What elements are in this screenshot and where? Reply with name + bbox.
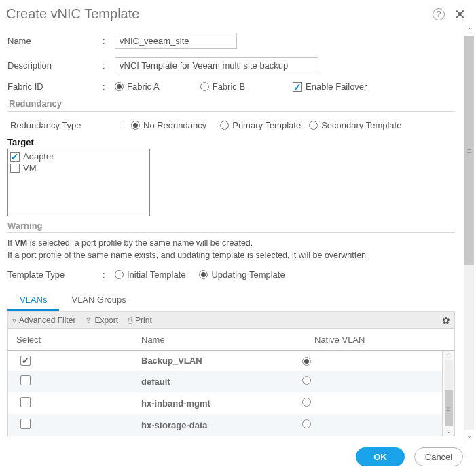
row-name: Backup_VLAN xyxy=(141,356,302,366)
warning-heading: Warning xyxy=(7,221,455,231)
scroll-up-icon[interactable]: ⌃ xyxy=(446,351,452,360)
grid-header: Select Name Native VLAN xyxy=(8,329,454,351)
enable-failover-checkbox[interactable]: ✓ Enable Failover xyxy=(293,81,367,92)
vlan-tabs: VLANs VLAN Groups xyxy=(7,289,455,312)
scroll-up-icon[interactable]: ⌃ xyxy=(466,26,472,35)
radio-icon xyxy=(115,82,124,91)
target-adapter-checkbox[interactable]: ✓ Adapter xyxy=(10,151,147,162)
row-name: default xyxy=(141,377,302,387)
dialog-scrollbar[interactable]: ⌃ ≡ ⌄ xyxy=(462,24,475,440)
updating-template-radio[interactable]: Updating Template xyxy=(199,269,285,280)
radio-icon xyxy=(131,121,140,130)
checkmark-icon: ✓ xyxy=(293,82,302,92)
vlan-grid: Select Name Native VLAN ✓ Backup_VLAN de xyxy=(7,329,455,436)
dialog-footer: OK Cancel xyxy=(1,440,475,471)
row-name: hx-inband-mgmt xyxy=(141,398,302,409)
fabric-a-label: Fabric A xyxy=(127,81,160,92)
col-native-vlan[interactable]: Native VLAN xyxy=(314,335,450,345)
titlebar: Create vNIC Template ? ✕ xyxy=(1,1,475,24)
ok-button[interactable]: OK xyxy=(356,447,405,466)
description-input[interactable] xyxy=(115,57,318,73)
initial-template-label: Initial Template xyxy=(127,269,185,280)
enable-failover-label: Enable Failover xyxy=(306,81,367,92)
description-label: Description xyxy=(7,60,103,71)
fabric-b-label: Fabric B xyxy=(213,81,245,92)
scroll-down-icon[interactable]: ⌄ xyxy=(466,431,472,440)
fabric-id-label: Fabric ID xyxy=(7,81,103,92)
native-vlan-radio[interactable] xyxy=(302,376,311,385)
create-vnic-template-dialog: Create vNIC Template ? ✕ Name : Descript… xyxy=(0,0,476,471)
dialog-title: Create vNIC Template xyxy=(6,6,433,22)
filter-icon: ▿ xyxy=(12,316,16,325)
fabric-b-radio[interactable]: Fabric B xyxy=(200,81,245,92)
form-panel: Name : Description : Fabric ID : Fabric … xyxy=(1,24,462,440)
col-select[interactable]: Select xyxy=(12,335,141,345)
fabric-a-radio[interactable]: Fabric A xyxy=(115,81,160,92)
grid-scrollbar[interactable]: ⌃ ≡ ⌄ xyxy=(442,351,454,436)
primary-template-radio[interactable]: Primary Template xyxy=(220,120,301,130)
radio-icon xyxy=(309,121,318,130)
updating-template-label: Updating Template xyxy=(211,269,285,280)
checkmark-icon: ✓ xyxy=(10,152,20,162)
table-row: hx-storage-data xyxy=(8,414,442,436)
table-row: default xyxy=(8,371,442,392)
checkbox-icon xyxy=(10,164,20,173)
target-vm-checkbox[interactable]: VM xyxy=(10,163,147,173)
table-row: ✓ Backup_VLAN xyxy=(8,351,442,371)
native-vlan-radio[interactable] xyxy=(302,398,311,407)
print-button[interactable]: ⎙Print xyxy=(128,316,152,325)
export-button[interactable]: ⇪Export xyxy=(85,316,118,325)
redundancy-type-label: Redundancy Type xyxy=(10,120,119,130)
scroll-down-icon[interactable]: ⌄ xyxy=(446,426,452,436)
tab-vlans[interactable]: VLANs xyxy=(7,289,59,311)
primary-template-label: Primary Template xyxy=(232,120,301,130)
warning-text: If VM is selected, a port profile by the… xyxy=(7,237,455,261)
secondary-template-radio[interactable]: Secondary Template xyxy=(309,120,401,130)
tab-vlan-groups[interactable]: VLAN Groups xyxy=(59,289,138,311)
close-icon[interactable]: ✕ xyxy=(452,7,469,21)
initial-template-radio[interactable]: Initial Template xyxy=(115,269,185,280)
target-adapter-label: Adapter xyxy=(23,151,54,162)
col-name[interactable]: Name xyxy=(141,335,314,345)
row-select-checkbox[interactable] xyxy=(20,397,31,407)
help-icon[interactable]: ? xyxy=(433,8,445,20)
radio-icon xyxy=(200,82,209,91)
radio-icon xyxy=(115,270,124,279)
cancel-button[interactable]: Cancel xyxy=(414,447,463,466)
no-redundancy-radio[interactable]: No Redundancy xyxy=(131,120,206,130)
name-label: Name xyxy=(7,36,103,46)
native-vlan-radio[interactable] xyxy=(302,419,311,428)
radio-icon xyxy=(220,121,229,130)
target-heading: Target xyxy=(7,137,455,147)
native-vlan-radio[interactable] xyxy=(302,357,311,366)
template-type-label: Template Type xyxy=(7,269,103,280)
target-box: ✓ Adapter VM xyxy=(7,149,150,216)
no-redundancy-label: No Redundancy xyxy=(143,120,206,130)
gear-icon[interactable]: ✿ xyxy=(442,315,450,326)
print-icon: ⎙ xyxy=(128,316,132,325)
name-input[interactable] xyxy=(115,33,237,49)
row-select-checkbox[interactable]: ✓ xyxy=(20,356,31,366)
grid-toolbar: ▿Advanced Filter ⇪Export ⎙Print ✿ xyxy=(7,312,455,329)
table-row: hx-inband-mgmt xyxy=(8,392,442,414)
row-select-checkbox[interactable] xyxy=(20,419,31,429)
secondary-template-label: Secondary Template xyxy=(321,120,401,130)
advanced-filter-button[interactable]: ▿Advanced Filter xyxy=(12,316,75,325)
redundancy-heading: Redundancy xyxy=(7,96,455,110)
row-select-checkbox[interactable] xyxy=(20,375,31,385)
radio-icon xyxy=(199,270,208,279)
export-icon: ⇪ xyxy=(85,316,92,325)
row-name: hx-storage-data xyxy=(141,420,302,430)
target-vm-label: VM xyxy=(23,163,37,173)
